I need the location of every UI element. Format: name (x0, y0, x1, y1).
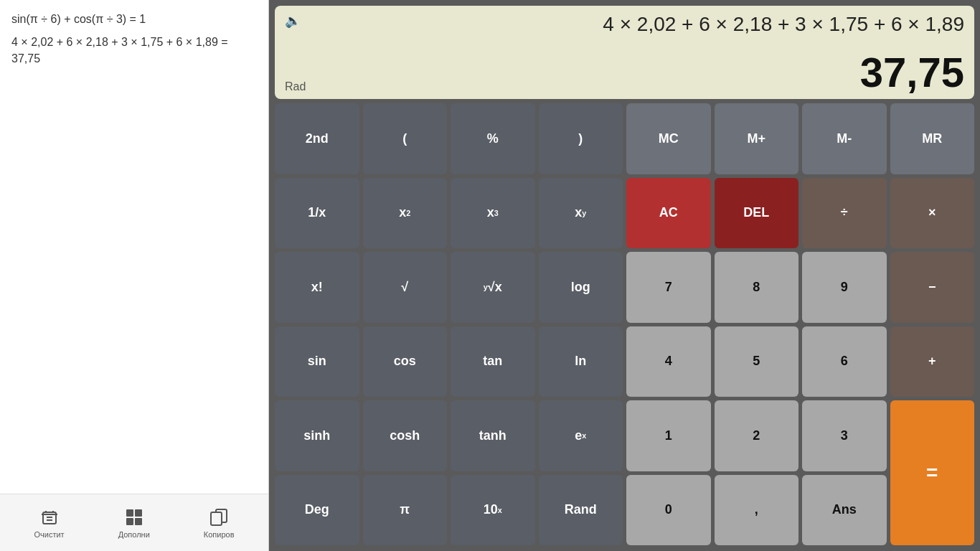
btn-deg[interactable]: Deg (275, 475, 359, 546)
btn-add[interactable]: + (890, 326, 975, 397)
btn-4[interactable]: 4 (626, 326, 711, 397)
btn-log[interactable]: log (539, 252, 623, 323)
btn-rand[interactable]: Rand (539, 475, 623, 546)
copy-label: Копиров (204, 530, 235, 539)
svg-rect-11 (211, 512, 222, 525)
btn-comma[interactable]: , (715, 475, 799, 546)
btn-percent[interactable]: % (451, 103, 535, 174)
btn-5[interactable]: 5 (715, 326, 799, 397)
btn-cos[interactable]: cos (363, 326, 448, 397)
extra-label: Дополни (118, 530, 150, 539)
btn-6[interactable]: 6 (802, 326, 887, 397)
copy-button[interactable]: Копиров (204, 507, 235, 539)
btn-cosh[interactable]: cosh (363, 400, 448, 471)
btn-close-paren[interactable]: ) (539, 103, 623, 174)
btn-multiply[interactable]: × (890, 178, 975, 249)
btn-del[interactable]: DEL (715, 178, 799, 249)
btn-ans[interactable]: Ans (802, 475, 887, 546)
btn-pi[interactable]: π (363, 475, 448, 546)
btn-mr[interactable]: MR (890, 103, 975, 174)
calculator: 🔈 4 × 2,02 + 6 × 2,18 + 3 × 1,75 + 6 × 1… (269, 0, 980, 551)
btn-equals[interactable]: = (890, 400, 975, 545)
btn-exp[interactable]: ex (539, 400, 623, 471)
btn-0[interactable]: 0 (626, 475, 711, 546)
btn-7[interactable]: 7 (626, 252, 711, 323)
svg-rect-7 (135, 509, 142, 517)
btn-m-plus[interactable]: M+ (715, 103, 799, 174)
btn-sinh[interactable]: sinh (275, 400, 359, 471)
btn-ln[interactable]: ln (539, 326, 623, 397)
btn-factorial[interactable]: x! (275, 252, 359, 323)
bottom-bar: Очистит Дополни Копиров (0, 494, 268, 551)
display-mode: Rad (285, 80, 306, 93)
btn-x-power-y[interactable]: xy (539, 178, 623, 249)
history-area: sin(π ÷ 6) + cos(π ÷ 3) = 1 4 × 2,02 + 6… (0, 0, 268, 494)
btn-divide[interactable]: ÷ (802, 178, 887, 249)
history-entry-1: sin(π ÷ 6) + cos(π ÷ 3) = 1 (11, 11, 257, 27)
speaker-icon[interactable]: 🔈 (285, 13, 301, 29)
extra-button[interactable]: Дополни (118, 507, 150, 539)
svg-rect-8 (126, 518, 133, 525)
btn-tan[interactable]: tan (451, 326, 535, 397)
display-expression: 4 × 2,02 + 6 × 2,18 + 3 × 1,75 + 6 × 1,8… (306, 11, 964, 37)
btn-1[interactable]: 1 (626, 400, 711, 471)
btn-2[interactable]: 2 (715, 400, 799, 471)
btn-2nd[interactable]: 2nd (275, 103, 359, 174)
btn-x-squared[interactable]: x2 (363, 178, 448, 249)
left-panel: sin(π ÷ 6) + cos(π ÷ 3) = 1 4 × 2,02 + 6… (0, 0, 269, 551)
btn-3[interactable]: 3 (802, 400, 887, 471)
svg-rect-9 (135, 518, 142, 525)
btn-ac[interactable]: AC (626, 178, 711, 249)
btn-mc[interactable]: MC (626, 103, 711, 174)
btn-sin[interactable]: sin (275, 326, 359, 397)
btn-tanh[interactable]: tanh (451, 400, 535, 471)
display-result: 37,75 (860, 52, 964, 93)
history-entry-2: 4 × 2,02 + 6 × 2,18 + 3 × 1,75 + 6 × 1,8… (11, 34, 257, 67)
btn-subtract[interactable]: − (890, 252, 975, 323)
calculator-display: 🔈 4 × 2,02 + 6 × 2,18 + 3 × 1,75 + 6 × 1… (275, 6, 974, 99)
btn-10x[interactable]: 10x (451, 475, 535, 546)
button-grid: 2nd ( % ) MC M+ M- MR 1/x x2 x3 xy AC DE… (275, 103, 974, 545)
btn-x-cubed[interactable]: x3 (451, 178, 535, 249)
clear-label: Очистит (34, 530, 64, 539)
btn-reciprocal[interactable]: 1/x (275, 178, 359, 249)
btn-open-paren[interactable]: ( (363, 103, 448, 174)
clear-button[interactable]: Очистит (34, 507, 64, 539)
btn-9[interactable]: 9 (802, 252, 887, 323)
btn-8[interactable]: 8 (715, 252, 799, 323)
svg-rect-6 (126, 509, 133, 517)
btn-nth-root[interactable]: y√x (451, 252, 535, 323)
btn-sqrt[interactable]: √ (363, 252, 448, 323)
btn-m-minus[interactable]: M- (802, 103, 887, 174)
